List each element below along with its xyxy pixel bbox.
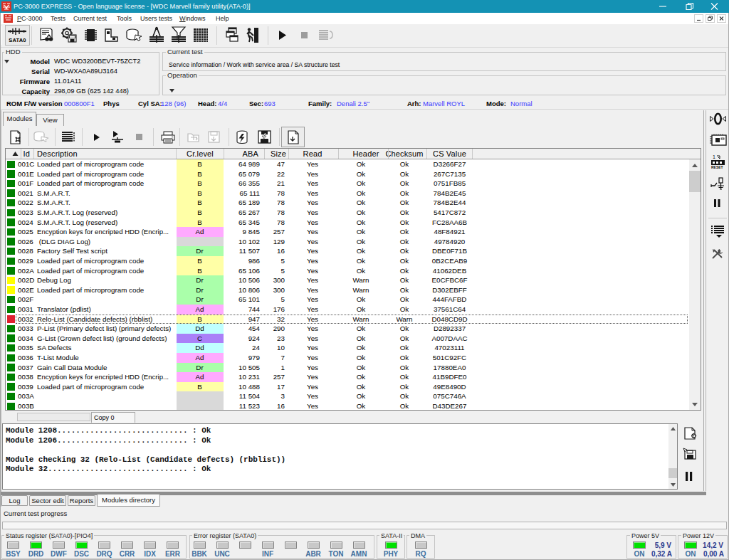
svg-text:1: 1 (713, 154, 715, 159)
svg-text:RESET: RESET (711, 165, 723, 169)
